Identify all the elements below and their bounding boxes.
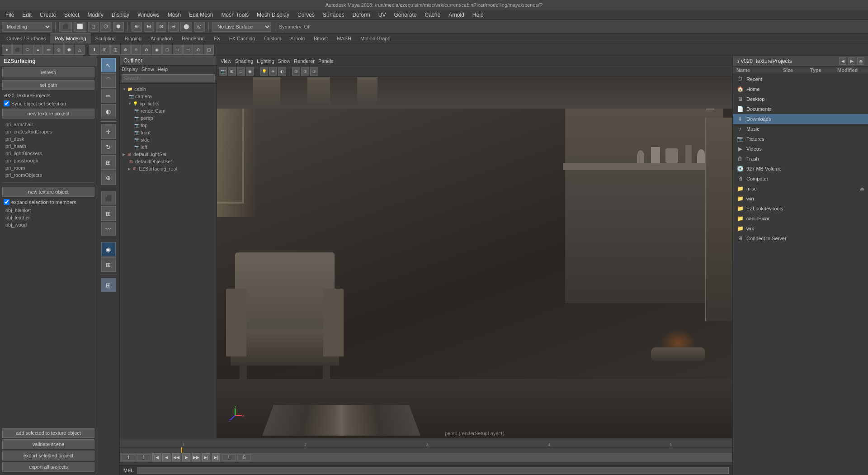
vp-menu-lighting[interactable]: Lighting <box>257 58 274 64</box>
menu-display[interactable]: Display <box>108 11 133 19</box>
outliner-menu-show[interactable]: Show <box>142 66 154 72</box>
menu-uv[interactable]: UV <box>375 11 390 19</box>
icon-reduce[interactable]: ◫ <box>204 45 214 55</box>
icon-merge[interactable]: ⊕ <box>121 45 131 55</box>
menu-surfaces[interactable]: Surfaces <box>319 11 348 19</box>
project-item-armchair[interactable]: pri_armchair <box>4 121 93 128</box>
tree-item-ezsurfacing-root[interactable]: ▶ ⊞ EZSurfacing_root <box>127 165 215 172</box>
export-selected-button[interactable]: export selected project <box>2 451 94 461</box>
tree-item-cabin[interactable]: ▼ 📁 cabin <box>122 86 215 93</box>
file-item-connect-server[interactable]: 🖥 Connect to Server <box>733 233 868 243</box>
tree-expand-vplights[interactable]: ▼ <box>128 102 132 106</box>
project-item-room[interactable]: pri_room <box>4 164 93 171</box>
icon-subdiv[interactable]: ⬡ <box>162 45 172 55</box>
menu-select[interactable]: Select <box>61 11 83 19</box>
vp-menu-shading[interactable]: Shading <box>235 58 253 64</box>
file-item-cabinpixar[interactable]: 📁 cabinPixar <box>733 214 868 223</box>
next-keyframe-btn[interactable]: ▶| <box>212 453 220 461</box>
tree-item-vp-lights[interactable]: ▼ 💡 vp_lights <box>127 100 215 107</box>
mode-dropdown[interactable]: Modeling <box>2 22 52 32</box>
tree-expand-cabin[interactable]: ▼ <box>123 87 126 91</box>
icon-smooth[interactable]: ◉ <box>152 45 162 55</box>
vp-icon-display2[interactable]: ② <box>301 67 309 76</box>
vp-icon-camera[interactable]: 📷 <box>219 67 227 76</box>
eject-misc[interactable]: ⏏ <box>860 186 864 192</box>
vp-menu-show[interactable]: Show <box>278 58 291 64</box>
tree-item-top[interactable]: 📷 top <box>132 122 215 129</box>
vp-icon-shadow[interactable]: ◐ <box>278 67 286 76</box>
tab-rigging[interactable]: Rigging <box>120 33 146 43</box>
tool-snap-curve[interactable]: 〰 <box>101 222 116 236</box>
tab-curves-surfaces[interactable]: Curves / Surfaces <box>2 33 50 43</box>
next-frame-btn[interactable]: ▶| <box>202 453 210 461</box>
nav-fwd-btn[interactable]: ▶ <box>848 57 855 65</box>
toolbar-btn-2[interactable]: ⬜ <box>74 22 86 32</box>
object-item-wood[interactable]: obj_wood <box>4 221 93 228</box>
mel-input[interactable] <box>137 467 729 474</box>
file-item-recent[interactable]: ⏱ Recent <box>733 74 868 84</box>
surface-dropdown[interactable]: No Live Surface <box>212 22 271 32</box>
menu-windows[interactable]: Windows <box>134 11 163 19</box>
prev-frame-btn[interactable]: ◀ <box>162 453 170 461</box>
project-item-lightblockers[interactable]: pri_lightBlockers <box>4 150 93 157</box>
tool-softmod[interactable]: ◉ <box>101 242 116 256</box>
toolbar-btn-1[interactable]: ⬛ <box>59 22 72 32</box>
file-item-music[interactable]: ♪ Music <box>733 124 868 134</box>
project-item-roomobjects[interactable]: pri_roomObjects <box>4 171 93 179</box>
vp-menu-view[interactable]: View <box>221 58 231 64</box>
icon-cone[interactable]: ▲ <box>33 45 43 55</box>
tool-universal[interactable]: ⊕ <box>101 171 116 185</box>
vp-icon-display1[interactable]: ① <box>292 67 300 76</box>
nav-back-btn[interactable]: ◀ <box>839 57 846 65</box>
current-frame-input[interactable] <box>137 454 151 461</box>
refresh-button[interactable]: refresh <box>2 67 94 77</box>
vp-icon-smooth[interactable]: ◉ <box>246 67 254 76</box>
icon-extrude[interactable]: ⬆ <box>90 45 99 55</box>
outliner-menu-display[interactable]: Display <box>122 66 138 72</box>
tree-item-rendercam[interactable]: 📷 renderCam <box>132 107 215 114</box>
tool-lasso[interactable]: ⌒ <box>101 73 116 88</box>
menu-arnold[interactable]: Arnold <box>445 11 468 19</box>
menu-file[interactable]: File <box>2 11 18 19</box>
new-texture-object-button[interactable]: new texture object <box>2 187 94 197</box>
tool-move[interactable]: ✛ <box>101 124 116 139</box>
tab-fx[interactable]: FX <box>209 33 225 43</box>
icon-cylinder[interactable]: ⬭ <box>23 45 33 55</box>
tool-paint[interactable]: ✏ <box>101 89 116 103</box>
tree-item-front[interactable]: 📷 front <box>132 129 215 136</box>
icon-pyramid[interactable]: △ <box>75 45 85 55</box>
tree-item-camera[interactable]: 📷 camera <box>127 93 215 100</box>
icon-cube[interactable]: ⬛ <box>12 45 22 55</box>
vp-icon-wireframe[interactable]: □ <box>237 67 245 76</box>
icon-bridge[interactable]: ⊞ <box>100 45 110 55</box>
project-item-passtrough[interactable]: pri_passtrough <box>4 157 93 164</box>
tree-item-persp[interactable]: 📷 persp <box>132 114 215 122</box>
vp-menu-renderer[interactable]: Renderer <box>294 58 315 64</box>
tree-expand-ezroot[interactable]: ▶ <box>128 167 131 171</box>
project-item-heath[interactable]: pri_heath <box>4 142 93 150</box>
menu-edit[interactable]: Edit <box>19 11 35 19</box>
icon-fill-hole[interactable]: ⊙ <box>193 45 203 55</box>
tab-sculpting[interactable]: Sculpting <box>91 33 120 43</box>
tab-mash[interactable]: MASH <box>332 33 356 43</box>
menu-help[interactable]: Help <box>469 11 487 19</box>
menu-mesh[interactable]: Mesh <box>164 11 184 19</box>
tool-scale[interactable]: ⊞ <box>101 155 116 170</box>
frame-start-input[interactable] <box>122 454 135 461</box>
menu-modify[interactable]: Modify <box>84 11 107 19</box>
toolbar-snap-1[interactable]: ⊕ <box>132 22 142 32</box>
new-texture-project-button[interactable]: new texture project <box>2 109 94 119</box>
tab-bifrost[interactable]: Bifrost <box>309 33 332 43</box>
tab-rendering[interactable]: Rendering <box>177 33 209 43</box>
icon-combine[interactable]: ⊛ <box>131 45 141 55</box>
toolbar-btn-5[interactable]: ⬢ <box>113 22 124 32</box>
icon-prism[interactable]: ⬟ <box>64 45 74 55</box>
menu-curves[interactable]: Curves <box>294 11 318 19</box>
file-item-trash[interactable]: 🗑 Trash <box>733 154 868 164</box>
menu-mesh-tools[interactable]: Mesh Tools <box>218 11 252 19</box>
menu-deform[interactable]: Deform <box>349 11 373 19</box>
object-item-blanket[interactable]: obj_blanket <box>4 207 93 214</box>
vp-icon-light2[interactable]: ☀ <box>269 67 277 76</box>
play-fwd-btn[interactable]: ▶ <box>182 453 190 461</box>
file-item-computer[interactable]: 🖥 Computer <box>733 174 868 184</box>
